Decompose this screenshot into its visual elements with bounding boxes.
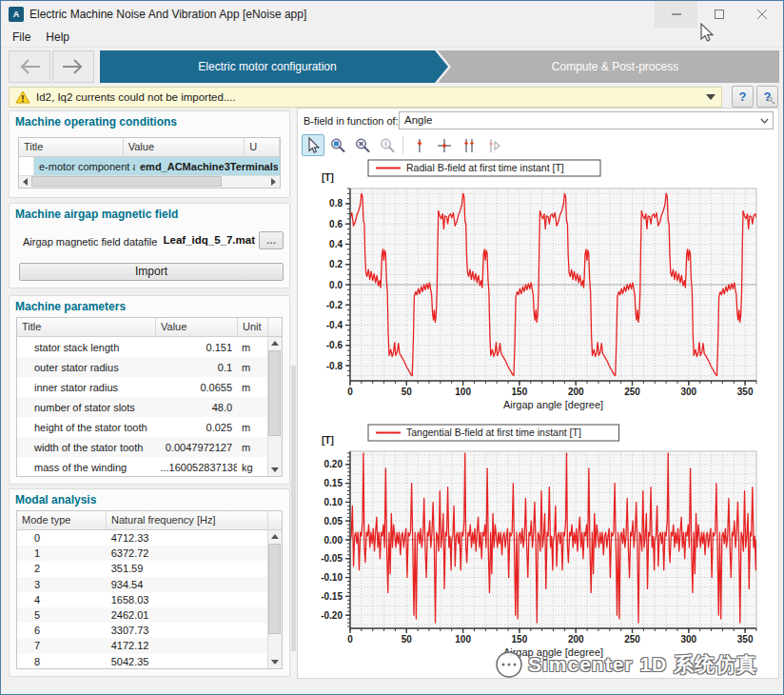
scrollbar-thumb[interactable]	[268, 544, 281, 634]
zoom-x-tool-icon	[353, 136, 372, 155]
import-button[interactable]: Import	[19, 263, 284, 281]
radial-bfield-chart[interactable]: 050100150200250300350-0.8-0.6-0.4-0.20.0…	[302, 158, 775, 421]
column-header[interactable]: Title	[17, 318, 156, 336]
row-title-cell: e-motor component alias	[34, 161, 135, 172]
table-cell: 3	[17, 579, 107, 590]
svg-text:[T]: [T]	[322, 172, 334, 183]
table-row[interactable]: 63307.73	[17, 623, 267, 638]
table-row[interactable]: height of the stator tooth0.025m	[17, 417, 267, 437]
svg-text:Airgap angle [degree]: Airgap angle [degree]	[503, 399, 603, 410]
warning-bar[interactable]: Id2, Iq2 currents could not be imported.…	[9, 87, 722, 108]
svg-text:350: 350	[737, 634, 754, 645]
zoom-box-tool-icon	[328, 136, 347, 155]
back-button[interactable]	[9, 50, 50, 83]
forward-arrow-icon	[61, 57, 86, 76]
close-button[interactable]	[740, 1, 783, 28]
forward-button[interactable]	[52, 50, 94, 83]
column-header[interactable]: Value	[156, 318, 238, 336]
svg-text:350: 350	[737, 387, 754, 397]
scroll-right-arrow[interactable]	[267, 176, 280, 188]
single-cursor-tool[interactable]	[408, 134, 431, 156]
column-header[interactable]: Natural frequency [Hz]	[107, 511, 268, 529]
scrollbar-thumb[interactable]	[268, 350, 281, 436]
vertical-scrollbar[interactable]	[267, 337, 282, 476]
shortcut-help-button[interactable]: ?	[756, 86, 778, 108]
svg-text:250: 250	[624, 387, 640, 397]
table-row[interactable]: stator stack length0.151m	[17, 337, 267, 357]
double-cursor-tool[interactable]	[458, 134, 480, 156]
table-row[interactable]: inner stator radius0.0655m	[17, 377, 267, 397]
table-cell: 0	[17, 532, 107, 544]
single-cursor-tool-icon	[410, 136, 429, 155]
scroll-left-arrow[interactable]	[19, 176, 31, 188]
tab-compute-post-process[interactable]: Compute & Post-process	[438, 50, 779, 83]
table-cell: 7	[17, 640, 107, 651]
plot-panel: B-field in function of: Angle 0501001502…	[297, 108, 779, 679]
tracking-cursor-tool[interactable]	[482, 134, 505, 156]
table-row[interactable]: 85042.35	[17, 654, 267, 669]
title-bar: A Electric Machine Noise And Vibration A…	[1, 1, 783, 28]
zoom-box-tool[interactable]	[326, 134, 349, 156]
scroll-up-arrow[interactable]	[268, 530, 282, 543]
row-selector-cell[interactable]	[19, 157, 34, 175]
table-row[interactable]: width of the stator tooth0.0047972127m	[17, 437, 267, 457]
svg-text:0.6: 0.6	[329, 219, 343, 229]
column-header[interactable]: Value	[124, 138, 245, 156]
table-row[interactable]: 3934.54	[17, 577, 267, 592]
tab-electric-motor-configuration[interactable]: Electric motor configuration	[100, 50, 448, 83]
row-value-cell: emd_ACMachine3Terminals	[135, 161, 278, 172]
table-row[interactable]: mass of the winding...1600528371386kg	[17, 457, 267, 476]
table-cell: m	[237, 362, 267, 373]
column-header[interactable]: Unit	[238, 318, 268, 336]
help-button[interactable]: ?	[732, 86, 754, 108]
table-cell: 6	[17, 625, 107, 636]
column-header[interactable]: Mode type	[17, 511, 107, 529]
table-cell: 934.54	[107, 579, 267, 590]
table-row[interactable]: 2351.59	[17, 561, 267, 576]
scroll-down-arrow[interactable]	[268, 464, 282, 476]
menu-file[interactable]: File	[5, 29, 38, 46]
maximize-icon	[714, 9, 725, 20]
zoom-x-tool[interactable]	[351, 134, 374, 156]
vertical-scrollbar[interactable]	[267, 530, 282, 668]
group-title: Machine operating conditions	[15, 115, 177, 129]
horizontal-scrollbar[interactable]	[19, 175, 280, 188]
table-row[interactable]: outer stator radius0.1m	[17, 357, 267, 377]
table-row[interactable]: e-motor component aliasemd_ACMachine3Ter…	[19, 157, 280, 175]
table-cell: m	[237, 422, 267, 433]
table-row[interactable]: number of stator slots48.0	[17, 397, 267, 417]
left-panel-scrollbar[interactable]	[291, 109, 296, 677]
browse-button[interactable]: ...	[259, 231, 284, 249]
cross-cursor-tool[interactable]	[433, 134, 456, 156]
chevron-down-icon	[760, 118, 769, 124]
table-row[interactable]: 04712.33	[17, 530, 267, 546]
zoom-y-tool[interactable]	[376, 134, 399, 156]
table-row[interactable]: 52462.01	[17, 607, 267, 623]
svg-text:-0.2: -0.2	[326, 300, 343, 310]
table-row[interactable]: 74172.12	[17, 638, 267, 653]
minimize-icon	[671, 9, 682, 20]
select-cursor-tool[interactable]	[302, 134, 324, 156]
svg-text:0.2: 0.2	[329, 259, 343, 269]
table-row[interactable]: 41658.03	[17, 592, 267, 607]
svg-text:Tangential B-field at first ti: Tangential B-field at first time instant…	[406, 427, 581, 438]
warning-dropdown-icon[interactable]	[706, 94, 715, 100]
table-row[interactable]: 16372.72	[17, 546, 267, 561]
scroll-down-arrow[interactable]	[268, 656, 282, 668]
column-header[interactable]: Title	[19, 138, 124, 156]
table-cell: 0.151	[155, 342, 237, 353]
table-cell: stator stack length	[17, 342, 155, 353]
table-cell: 0.0047972127	[155, 442, 237, 453]
bfield-function-select[interactable]: Angle	[399, 111, 774, 129]
column-header[interactable]: U	[245, 138, 280, 156]
scrollbar-thumb[interactable]	[31, 176, 222, 187]
scroll-up-arrow[interactable]	[268, 337, 282, 349]
tangential-bfield-chart[interactable]: 050100150200250300350-0.20-0.15-0.10-0.0…	[302, 423, 775, 678]
table-cell: m	[237, 442, 267, 453]
scrollbar-thumb[interactable]	[291, 366, 296, 651]
svg-text:50: 50	[402, 634, 413, 645]
table-body: stator stack length0.151mouter stator ra…	[17, 337, 267, 476]
table-cell: 48.0	[155, 402, 237, 413]
menu-help[interactable]: Help	[38, 29, 77, 46]
minimize-button[interactable]	[655, 1, 697, 28]
